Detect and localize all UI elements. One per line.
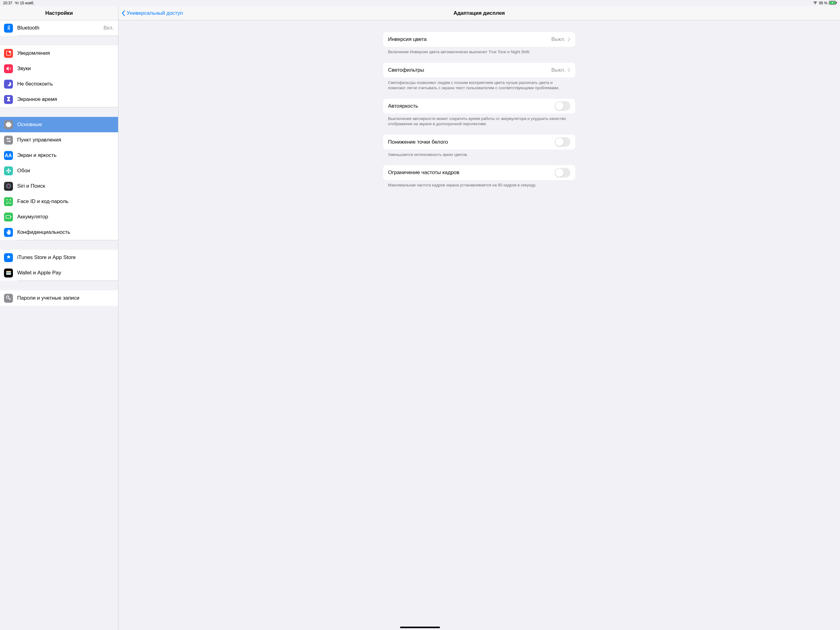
svg-rect-19 [6,215,11,218]
status-time: 20:37 [3,1,12,5]
svg-rect-22 [6,272,11,272]
detail-header: Универсальный доступ Адаптация дисплея [118,6,391,20]
notif-icon [4,49,13,58]
moon-icon [4,80,13,89]
hand-icon [4,228,13,237]
sidebar-item-label: Экран и яркость [17,152,57,158]
wallet-icon [4,269,13,277]
sidebar-item-label: Пункт управления [17,137,61,143]
svg-point-10 [8,170,9,171]
sidebar-item[interactable]: Face ID и код-пароль [0,194,118,209]
sidebar-item-label: Аккумулятор [17,214,48,220]
back-label: Универсальный доступ [127,10,183,16]
row-label: Инверсия цвета [388,36,391,43]
sidebar-item-label: Bluetooth [17,25,39,31]
detail-body[interactable]: Инверсия цветаВыкл.Включение Инверсии цв… [118,20,391,196]
sidebar-header: Настройки [0,6,118,20]
svg-rect-8 [6,141,11,141]
sidebar-item-label: Face ID и код-пароль [17,198,69,204]
sound-icon [4,64,13,73]
settings-row[interactable]: СветофильтрыВыкл. [383,63,391,78]
svg-point-11 [8,169,9,170]
settings-row[interactable]: Понижение точки белого [383,135,391,149]
sidebar-item[interactable]: Обои [0,163,118,179]
sidebar-item[interactable]: Siri и Поиск [0,179,118,194]
bluetooth-icon [4,24,13,33]
back-button[interactable]: Универсальный доступ [122,10,183,16]
svg-point-17 [7,201,8,201]
detail-pane: Универсальный доступ Адаптация дисплея И… [118,6,391,293]
sidebar-item-label: Звуки [17,65,31,72]
row-footer: Включение Инверсии цвета автоматически в… [383,47,391,63]
cc-icon [4,136,13,144]
sidebar-item-value: Вкл. [103,25,114,31]
row-footer: Максимальная частота кадров экрана устан… [383,180,391,196]
sidebar: Настройки BluetoothВкл.УведомленияЗвукиН… [0,6,118,293]
svg-point-18 [9,201,9,201]
row-label: Ограничение частоты кадров [388,169,391,176]
svg-point-12 [8,172,9,173]
settings-row[interactable]: Ограничение частоты кадров [383,165,391,180]
sidebar-item[interactable]: Звуки [0,61,118,76]
sidebar-item[interactable]: AAЭкран и яркость [0,148,118,163]
sidebar-item-label: Уведомления [17,50,50,56]
sidebar-item-label: Конфиденциальность [17,229,70,235]
sidebar-item[interactable]: Не беспокоить [0,76,118,92]
sidebar-item[interactable]: Аккумулятор [0,209,118,225]
siri-icon [4,182,13,191]
aa-icon: AA [4,151,13,160]
svg-rect-20 [11,216,11,217]
sidebar-item-label: Не беспокоить [17,81,53,87]
sidebar-item[interactable]: Конфиденциальность [0,225,118,240]
sidebar-item[interactable]: Wallet и Apple Pay [0,265,118,280]
sidebar-item[interactable]: Основные [0,117,118,132]
gear-icon [4,120,13,129]
sidebar-title: Настройки [45,10,73,16]
svg-text:AA: AA [5,153,12,158]
status-date: Чт 15 нояб. [15,1,35,5]
face-icon [4,197,13,206]
sidebar-item[interactable]: BluetoothВкл. [0,20,118,36]
sidebar-item-label: Экранное время [17,96,57,103]
sidebar-item[interactable]: iTunes Store и App Store [0,250,118,265]
sidebar-item[interactable]: Пароли и учетные записи [0,290,118,293]
svg-rect-6 [6,138,11,139]
svg-point-15 [6,184,11,188]
store-icon [4,253,13,262]
row-label: Автояркость [388,103,391,109]
sidebar-list[interactable]: BluetoothВкл.УведомленияЗвукиНе беспокои… [0,20,118,293]
svg-point-4 [9,51,11,53]
row-footer: Выключение автояркости может сократить в… [383,114,391,135]
row-footer: Светофильтры позволяют людям с плохим во… [383,78,391,99]
svg-rect-23 [6,272,11,274]
sidebar-item-label: Siri и Поиск [17,183,45,189]
row-footer: Уменьшается интенсивность ярких цветов. [383,149,391,166]
flower-icon [4,166,13,175]
hourglass-icon [4,95,13,104]
sidebar-item-label: Основные [17,122,42,128]
settings-row[interactable]: Автояркость [383,99,391,114]
sidebar-item[interactable]: Экранное время [0,92,118,107]
batt-icon [4,212,13,222]
sidebar-item[interactable]: Уведомления [0,46,118,61]
sidebar-item[interactable]: Пункт управления [0,132,118,148]
svg-point-14 [9,170,11,172]
row-label: Понижение точки белого [388,139,391,145]
sidebar-item-label: Обои [17,168,30,174]
row-label: Светофильтры [388,67,391,73]
settings-row[interactable]: Инверсия цветаВыкл. [383,32,391,47]
status-bar: 20:37 Чт 15 нояб. 95 % [0,0,391,6]
sidebar-item-label: Wallet и Apple Pay [17,270,61,276]
svg-point-16 [7,185,10,187]
svg-point-13 [6,170,8,172]
sidebar-item-label: iTunes Store и App Store [17,255,76,261]
